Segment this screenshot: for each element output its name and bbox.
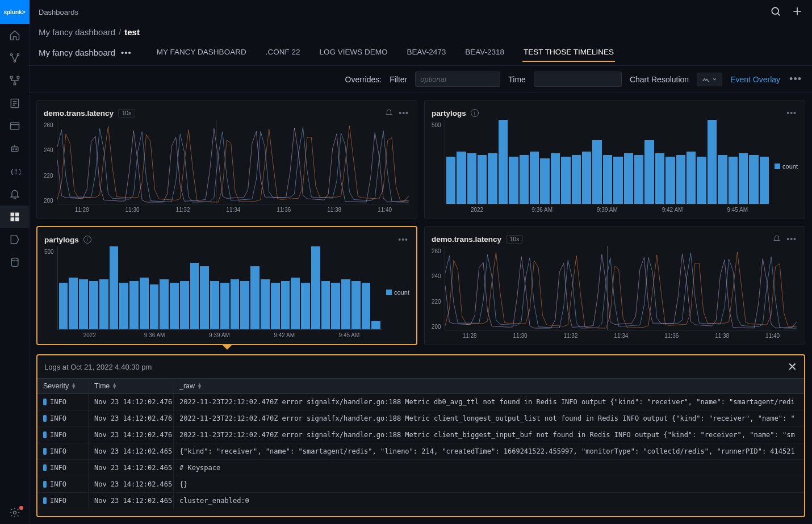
cell-time: Nov 23 14:12:02.476 (89, 427, 174, 443)
logs-icon[interactable] (0, 92, 30, 115)
info-icon[interactable]: i (83, 236, 91, 244)
bar-chart[interactable]: 500 20229:36 AM9:39 AM9:42 AM9:45 AM cou… (432, 120, 798, 213)
col-severity[interactable]: Severity▲▼ (37, 379, 89, 393)
dashboard-more-icon[interactable]: ••• (121, 48, 132, 57)
bell-icon[interactable] (773, 234, 781, 244)
dashboard-name[interactable]: My fancy dashboard (39, 48, 115, 57)
tab-strip: My fancy dashboard ••• MY FANCY DASHBOAR… (30, 40, 812, 66)
cell-severity: INFO (37, 427, 89, 443)
svg-rect-3 (10, 77, 12, 78)
table-row[interactable]: INFONov 23 14:12:02.465{} (37, 476, 804, 493)
cell-time: Nov 23 14:12:02.476 (89, 410, 174, 426)
tab--conf-22[interactable]: .CONF 22 (265, 43, 302, 62)
svg-rect-15 (15, 217, 19, 221)
close-icon[interactable]: ✕ (788, 360, 797, 374)
top-strip: Dashboards (30, 0, 812, 24)
log-header-row: Severity▲▼ Time▲▼ _raw▲▼ (37, 378, 804, 394)
svg-point-9 (12, 149, 14, 150)
panel-partylogs-1: partylogs i ••• 500 20229:36 AM9:39 AM9:… (424, 100, 805, 219)
dashboards-icon[interactable] (0, 206, 30, 228)
panel-more-icon[interactable]: ••• (397, 235, 409, 244)
cell-time: Nov 23 14:12:02.465 (89, 476, 174, 492)
col-raw[interactable]: _raw▲▼ (174, 379, 804, 393)
table-row[interactable]: INFONov 23 14:12:02.465{"kind": "receive… (37, 443, 804, 460)
nodes-icon[interactable] (0, 47, 30, 69)
info-icon[interactable]: i (471, 109, 479, 117)
logo[interactable]: splunk> (0, 0, 30, 24)
svg-rect-4 (17, 77, 19, 78)
alerts-icon[interactable]: ( ! ) (0, 160, 30, 183)
side-rail: splunk> ( ! ) (0, 0, 30, 524)
tab-beav-2473[interactable]: BEAV-2473 (405, 43, 447, 62)
col-time[interactable]: Time▲▼ (89, 379, 174, 393)
table-row[interactable]: INFONov 23 14:12:02.465cluster_enabled:0 (37, 493, 804, 509)
line-chart[interactable]: 260240220200 11:2811:3011:3211:3411:3611… (44, 120, 410, 213)
panel-latency-1: demo.trans.latency 10s ••• 260240220200 … (36, 100, 417, 219)
cell-raw: 2022-11-23T22:12:02.470Z error signalfx/… (174, 394, 804, 410)
filter-label: Filter (390, 75, 407, 84)
log-detail-panel: Logs at Oct 21, 2022 4:40:30 pm ✕ Severi… (36, 354, 805, 517)
tab-test-those-timelines[interactable]: TEST THOSE TIMELINES (522, 43, 615, 62)
legend-label: count (782, 163, 798, 170)
cell-severity: INFO (37, 493, 89, 509)
crumb-sep: / (119, 27, 121, 37)
svg-point-1 (17, 54, 19, 56)
line-chart[interactable]: 260240220200 11:2811:3011:3211:3411:3611… (432, 246, 798, 339)
bell-icon[interactable] (0, 183, 30, 206)
robot-icon[interactable] (0, 137, 30, 160)
panel-title: demo.trans.latency (44, 109, 114, 118)
svg-point-17 (13, 512, 16, 514)
panel-title: demo.trans.latency (432, 235, 501, 244)
panel-more-icon[interactable]: ••• (785, 108, 798, 118)
bar-more-icon[interactable]: ••• (788, 73, 803, 85)
cell-severity: INFO (37, 410, 89, 426)
cell-severity: INFO (37, 476, 89, 492)
cell-raw: cluster_enabled:0 (174, 493, 804, 509)
traces-icon[interactable] (0, 69, 30, 92)
resolution-dropdown[interactable] (697, 73, 722, 86)
svg-point-2 (14, 60, 15, 62)
tab-beav-2318[interactable]: BEAV-2318 (464, 43, 505, 62)
svg-rect-12 (10, 213, 14, 217)
data-icon[interactable] (0, 251, 30, 274)
cell-time: Nov 23 14:12:02.465 (89, 460, 174, 476)
cell-severity: INFO (37, 443, 89, 459)
search-icon[interactable] (770, 6, 781, 19)
svg-point-16 (11, 258, 18, 261)
cell-time: Nov 23 14:12:02.476 (89, 394, 174, 410)
cell-severity: INFO (37, 460, 89, 476)
event-overlay-button[interactable]: Event Overlay (730, 75, 780, 84)
metric-icon[interactable] (0, 228, 30, 251)
add-icon[interactable] (792, 6, 803, 19)
cell-time: Nov 23 14:12:02.465 (89, 493, 174, 509)
tab-my-fancy-dashboard[interactable]: MY FANCY DASHBOARD (156, 43, 248, 62)
cell-raw: 2022-11-23T22:12:02.470Z error signalfx/… (174, 427, 804, 443)
time-input[interactable] (534, 72, 622, 87)
crumb-parent[interactable]: My fancy dashboard (39, 27, 115, 37)
tab-log-views-demo[interactable]: LOG VIEWS DEMO (318, 43, 388, 62)
table-row[interactable]: INFONov 23 14:12:02.465# Keyspace (37, 460, 804, 476)
panel-title: partylogs (44, 236, 79, 244)
bell-icon[interactable] (385, 108, 393, 118)
table-row[interactable]: INFONov 23 14:12:02.4762022-11-23T22:12:… (37, 394, 804, 410)
table-row[interactable]: INFONov 23 14:12:02.4762022-11-23T22:12:… (37, 427, 804, 443)
breadcrumb: My fancy dashboard / test (30, 24, 812, 40)
svg-point-0 (10, 54, 12, 56)
crumb-current: test (124, 27, 140, 37)
panel-partylogs-2[interactable]: partylogs i ••• 500 20229:36 AM9:39 AM9:… (36, 226, 417, 345)
cell-raw: # Keyspace (174, 460, 804, 476)
legend-label: count (394, 289, 409, 296)
panel-more-icon[interactable]: ••• (397, 108, 410, 118)
panel-more-icon[interactable]: ••• (785, 234, 798, 244)
table-row[interactable]: INFONov 23 14:12:02.4762022-11-23T22:12:… (37, 410, 804, 427)
home-icon[interactable] (0, 24, 30, 47)
panel-title: partylogs (432, 109, 466, 118)
svg-rect-5 (14, 83, 15, 85)
bar-chart[interactable]: 500 20229:36 AM9:39 AM9:42 AM9:45 AM cou… (44, 246, 409, 338)
filter-input[interactable] (415, 72, 500, 87)
svg-rect-7 (10, 123, 19, 129)
console-icon[interactable] (0, 115, 30, 137)
settings-icon[interactable] (0, 501, 30, 524)
resolution-pill[interactable]: 10s (506, 235, 523, 244)
resolution-pill[interactable]: 10s (118, 109, 135, 118)
